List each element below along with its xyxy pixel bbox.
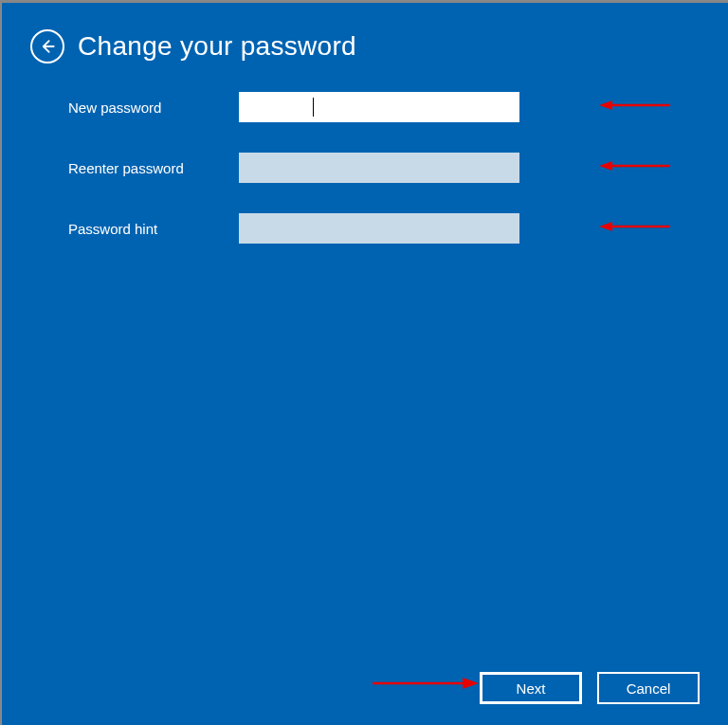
- footer-buttons: Next Cancel: [2, 672, 700, 704]
- new-password-row: New password: [68, 92, 662, 122]
- new-password-input[interactable]: [239, 92, 519, 122]
- new-password-label: New password: [68, 100, 239, 116]
- annotation-arrow-icon: [599, 219, 675, 234]
- svg-marker-2: [599, 100, 612, 110]
- arrow-left-icon: [38, 37, 57, 56]
- password-hint-input[interactable]: [239, 213, 519, 244]
- page-title: Change your password: [78, 31, 356, 62]
- back-button[interactable]: [30, 29, 64, 63]
- annotation-arrow-icon: [599, 158, 675, 173]
- next-button[interactable]: Next: [480, 672, 582, 704]
- password-hint-label: Password hint: [68, 221, 239, 237]
- svg-marker-4: [599, 161, 612, 171]
- form-area: New password Reenter password Password h…: [2, 73, 728, 293]
- footer: Next Cancel: [2, 672, 700, 704]
- svg-marker-6: [599, 222, 612, 231]
- cancel-button[interactable]: Cancel: [597, 672, 700, 704]
- reenter-password-label: Reenter password: [68, 160, 239, 176]
- header: Change your password: [2, 3, 728, 73]
- reenter-password-row: Reenter password: [68, 153, 662, 183]
- reenter-password-input[interactable]: [239, 153, 519, 183]
- password-hint-row: Password hint: [68, 213, 662, 244]
- text-caret: [313, 98, 314, 117]
- annotation-arrow-icon: [599, 98, 675, 113]
